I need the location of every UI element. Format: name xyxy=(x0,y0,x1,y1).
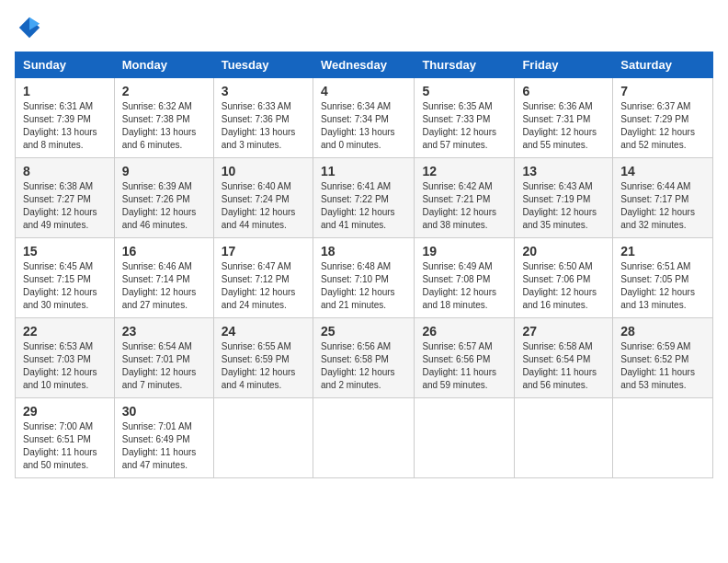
calendar-cell: 25Sunrise: 6:56 AM Sunset: 6:58 PM Dayli… xyxy=(313,318,414,398)
day-info: Sunrise: 6:53 AM Sunset: 7:03 PM Dayligh… xyxy=(23,340,107,392)
day-info: Sunrise: 7:00 AM Sunset: 6:51 PM Dayligh… xyxy=(23,420,107,472)
day-number: 25 xyxy=(321,324,406,339)
calendar-cell: 16Sunrise: 6:46 AM Sunset: 7:14 PM Dayli… xyxy=(114,238,213,318)
calendar-cell: 9Sunrise: 6:39 AM Sunset: 7:26 PM Daylig… xyxy=(114,158,213,238)
calendar-cell: 4Sunrise: 6:34 AM Sunset: 7:34 PM Daylig… xyxy=(313,78,414,158)
day-number: 14 xyxy=(620,164,705,178)
calendar-cell: 8Sunrise: 6:38 AM Sunset: 7:27 PM Daylig… xyxy=(16,158,115,238)
day-info: Sunrise: 6:51 AM Sunset: 7:05 PM Dayligh… xyxy=(620,260,705,312)
calendar-cell: 12Sunrise: 6:42 AM Sunset: 7:21 PM Dayli… xyxy=(415,158,515,238)
day-number: 29 xyxy=(23,404,107,419)
day-number: 11 xyxy=(321,164,406,178)
logo-icon xyxy=(17,15,42,40)
day-info: Sunrise: 6:33 AM Sunset: 7:36 PM Dayligh… xyxy=(222,100,305,152)
calendar-cell: 23Sunrise: 6:54 AM Sunset: 7:01 PM Dayli… xyxy=(114,318,213,398)
calendar-week-4: 22Sunrise: 6:53 AM Sunset: 7:03 PM Dayli… xyxy=(16,318,713,398)
calendar-cell: 27Sunrise: 6:58 AM Sunset: 6:54 PM Dayli… xyxy=(515,318,613,398)
calendar-cell: 6Sunrise: 6:36 AM Sunset: 7:31 PM Daylig… xyxy=(515,78,613,158)
day-number: 6 xyxy=(522,84,605,98)
calendar-cell: 10Sunrise: 6:40 AM Sunset: 7:24 PM Dayli… xyxy=(213,158,313,238)
day-info: Sunrise: 6:44 AM Sunset: 7:17 PM Dayligh… xyxy=(620,180,705,232)
day-info: Sunrise: 6:35 AM Sunset: 7:33 PM Dayligh… xyxy=(422,100,506,152)
day-info: Sunrise: 6:56 AM Sunset: 6:58 PM Dayligh… xyxy=(321,340,406,392)
page-header xyxy=(15,15,713,40)
calendar-cell: 26Sunrise: 6:57 AM Sunset: 6:56 PM Dayli… xyxy=(415,318,515,398)
calendar-cell: 17Sunrise: 6:47 AM Sunset: 7:12 PM Dayli… xyxy=(213,238,313,318)
day-info: Sunrise: 6:55 AM Sunset: 6:59 PM Dayligh… xyxy=(222,340,305,392)
day-number: 10 xyxy=(222,164,305,178)
calendar-cell: 19Sunrise: 6:49 AM Sunset: 7:08 PM Dayli… xyxy=(415,238,515,318)
day-number: 23 xyxy=(122,324,206,339)
calendar-cell: 2Sunrise: 6:32 AM Sunset: 7:38 PM Daylig… xyxy=(114,78,213,158)
day-info: Sunrise: 6:42 AM Sunset: 7:21 PM Dayligh… xyxy=(422,180,506,232)
calendar-cell: 1Sunrise: 6:31 AM Sunset: 7:39 PM Daylig… xyxy=(16,78,115,158)
day-info: Sunrise: 6:31 AM Sunset: 7:39 PM Dayligh… xyxy=(23,100,107,152)
calendar-week-1: 1Sunrise: 6:31 AM Sunset: 7:39 PM Daylig… xyxy=(16,78,713,158)
day-info: Sunrise: 6:41 AM Sunset: 7:22 PM Dayligh… xyxy=(321,180,406,232)
day-info: Sunrise: 7:01 AM Sunset: 6:49 PM Dayligh… xyxy=(122,420,206,472)
calendar-cell: 18Sunrise: 6:48 AM Sunset: 7:10 PM Dayli… xyxy=(313,238,414,318)
calendar-cell: 5Sunrise: 6:35 AM Sunset: 7:33 PM Daylig… xyxy=(415,78,515,158)
calendar-week-5: 29Sunrise: 7:00 AM Sunset: 6:51 PM Dayli… xyxy=(16,398,713,478)
day-number: 22 xyxy=(23,324,107,339)
day-number: 5 xyxy=(422,84,506,98)
day-number: 28 xyxy=(620,324,705,339)
day-info: Sunrise: 6:38 AM Sunset: 7:27 PM Dayligh… xyxy=(23,180,107,232)
day-info: Sunrise: 6:32 AM Sunset: 7:38 PM Dayligh… xyxy=(122,100,206,152)
day-number: 16 xyxy=(122,244,206,259)
col-header-wednesday: Wednesday xyxy=(313,52,414,78)
logo xyxy=(15,15,42,40)
day-info: Sunrise: 6:47 AM Sunset: 7:12 PM Dayligh… xyxy=(222,260,305,312)
day-number: 21 xyxy=(620,244,705,259)
day-info: Sunrise: 6:54 AM Sunset: 7:01 PM Dayligh… xyxy=(122,340,206,392)
day-number: 12 xyxy=(422,164,506,178)
calendar-cell xyxy=(313,398,414,478)
day-number: 17 xyxy=(222,244,305,259)
calendar-cell: 24Sunrise: 6:55 AM Sunset: 6:59 PM Dayli… xyxy=(213,318,313,398)
day-info: Sunrise: 6:49 AM Sunset: 7:08 PM Dayligh… xyxy=(422,260,506,312)
calendar-cell: 28Sunrise: 6:59 AM Sunset: 6:52 PM Dayli… xyxy=(613,318,713,398)
calendar-cell: 21Sunrise: 6:51 AM Sunset: 7:05 PM Dayli… xyxy=(613,238,713,318)
day-info: Sunrise: 6:58 AM Sunset: 6:54 PM Dayligh… xyxy=(522,340,605,392)
calendar-cell: 7Sunrise: 6:37 AM Sunset: 7:29 PM Daylig… xyxy=(613,78,713,158)
day-info: Sunrise: 6:39 AM Sunset: 7:26 PM Dayligh… xyxy=(122,180,206,232)
calendar-cell: 14Sunrise: 6:44 AM Sunset: 7:17 PM Dayli… xyxy=(613,158,713,238)
calendar-table: SundayMondayTuesdayWednesdayThursdayFrid… xyxy=(15,52,713,478)
day-number: 7 xyxy=(620,84,705,98)
day-number: 30 xyxy=(122,404,206,419)
day-number: 1 xyxy=(23,84,107,98)
calendar-cell xyxy=(415,398,515,478)
calendar-week-2: 8Sunrise: 6:38 AM Sunset: 7:27 PM Daylig… xyxy=(16,158,713,238)
day-number: 20 xyxy=(522,244,605,259)
calendar-cell xyxy=(613,398,713,478)
col-header-sunday: Sunday xyxy=(16,52,115,78)
calendar-cell: 20Sunrise: 6:50 AM Sunset: 7:06 PM Dayli… xyxy=(515,238,613,318)
col-header-saturday: Saturday xyxy=(613,52,713,78)
day-info: Sunrise: 6:43 AM Sunset: 7:19 PM Dayligh… xyxy=(522,180,605,232)
day-number: 3 xyxy=(222,84,305,98)
calendar-cell xyxy=(515,398,613,478)
day-number: 4 xyxy=(321,84,406,98)
day-info: Sunrise: 6:40 AM Sunset: 7:24 PM Dayligh… xyxy=(222,180,305,232)
day-info: Sunrise: 6:48 AM Sunset: 7:10 PM Dayligh… xyxy=(321,260,406,312)
day-info: Sunrise: 6:57 AM Sunset: 6:56 PM Dayligh… xyxy=(422,340,506,392)
day-number: 13 xyxy=(522,164,605,178)
day-info: Sunrise: 6:34 AM Sunset: 7:34 PM Dayligh… xyxy=(321,100,406,152)
day-info: Sunrise: 6:36 AM Sunset: 7:31 PM Dayligh… xyxy=(522,100,605,152)
day-number: 2 xyxy=(122,84,206,98)
calendar-cell: 22Sunrise: 6:53 AM Sunset: 7:03 PM Dayli… xyxy=(16,318,115,398)
day-info: Sunrise: 6:37 AM Sunset: 7:29 PM Dayligh… xyxy=(620,100,705,152)
day-number: 19 xyxy=(422,244,506,259)
day-number: 18 xyxy=(321,244,406,259)
calendar-cell: 30Sunrise: 7:01 AM Sunset: 6:49 PM Dayli… xyxy=(114,398,213,478)
calendar-cell: 29Sunrise: 7:00 AM Sunset: 6:51 PM Dayli… xyxy=(16,398,115,478)
day-info: Sunrise: 6:46 AM Sunset: 7:14 PM Dayligh… xyxy=(122,260,206,312)
calendar-cell: 3Sunrise: 6:33 AM Sunset: 7:36 PM Daylig… xyxy=(213,78,313,158)
calendar-cell: 13Sunrise: 6:43 AM Sunset: 7:19 PM Dayli… xyxy=(515,158,613,238)
day-info: Sunrise: 6:45 AM Sunset: 7:15 PM Dayligh… xyxy=(23,260,107,312)
day-number: 26 xyxy=(422,324,506,339)
col-header-monday: Monday xyxy=(114,52,213,78)
day-info: Sunrise: 6:59 AM Sunset: 6:52 PM Dayligh… xyxy=(620,340,705,392)
col-header-friday: Friday xyxy=(515,52,613,78)
calendar-cell: 11Sunrise: 6:41 AM Sunset: 7:22 PM Dayli… xyxy=(313,158,414,238)
